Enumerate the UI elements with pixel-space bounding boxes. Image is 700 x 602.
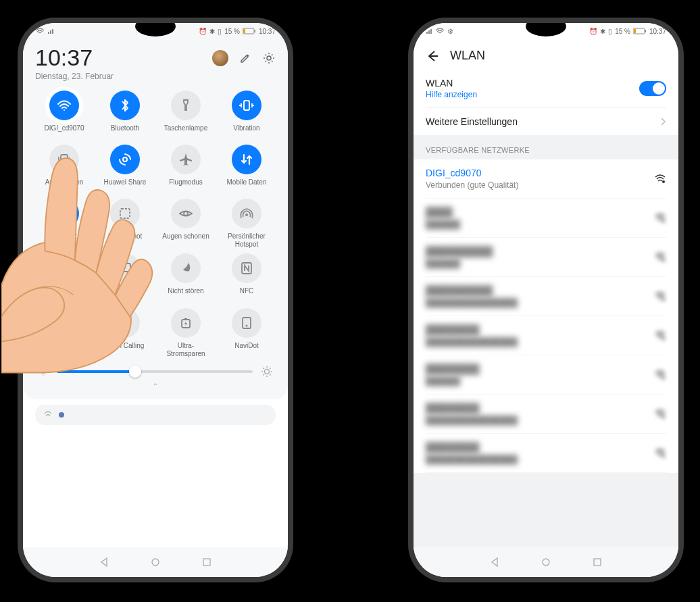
network-name: ████████ [426, 442, 518, 453]
qs-tile-airplane[interactable]: Flugmodus [157, 145, 215, 193]
svg-rect-14 [59, 266, 67, 271]
svg-rect-20 [243, 318, 251, 328]
qs-tile-wifi[interactable]: DIGI_cd9070 [35, 91, 93, 139]
qs-date: Dienstag, 23. Februar [35, 72, 114, 81]
wlan-toggle-label: WLAN [426, 78, 477, 89]
qs-tile-data[interactable]: Mobile Daten [218, 145, 276, 193]
qs-tile-label: Augen schonen [162, 232, 209, 247]
rotate-icon [49, 145, 79, 174]
svg-point-10 [63, 211, 66, 214]
hotspot-icon [232, 199, 261, 228]
svg-rect-11 [120, 209, 130, 218]
svg-rect-8 [61, 155, 68, 164]
wlan-help-link[interactable]: Hilfe anzeigen [426, 90, 477, 99]
wifi-lock-icon [654, 174, 666, 184]
page-title: WLAN [450, 49, 485, 63]
qs-tile-wificall[interactable]: Wi-Fi Calling [96, 308, 154, 357]
network-row[interactable]: ██████████████████████████ [426, 277, 666, 316]
brightness-high-icon [261, 366, 273, 378]
battery-percent: 15 % [224, 28, 240, 35]
svg-point-35 [662, 259, 665, 261]
wifi-lock-icon [654, 370, 666, 380]
nav-back-icon[interactable] [489, 557, 500, 568]
wifi-lock-icon [654, 409, 666, 419]
nav-bar [414, 547, 678, 577]
wlan-toggle-row[interactable]: WLAN Hilfe anzeigen [426, 70, 666, 108]
qs-tile-eye[interactable]: Augen schonen [157, 199, 215, 248]
vibration-icon [232, 91, 261, 120]
network-name: ████████ [426, 324, 518, 335]
chevron-right-icon [659, 117, 666, 126]
wifi-lock-icon [654, 253, 666, 262]
svg-point-37 [662, 337, 665, 340]
svg-point-36 [662, 298, 665, 301]
edit-icon[interactable] [239, 52, 251, 64]
avatar[interactable] [212, 50, 228, 66]
gear-icon[interactable] [262, 51, 276, 65]
nav-home-icon[interactable] [150, 557, 161, 568]
nav-back-icon[interactable] [99, 557, 109, 568]
qs-tile-vibration[interactable]: Vibration [218, 91, 276, 139]
phone-quick-settings: ⏰✱▯ 15 % 10:37 10:37 Dienstag, 23. Febru… [23, 23, 288, 577]
phone-wlan-settings: ⚙ ⏰✱▯ 15 % 10:37 WLAN WLAN Hilfe anzeige… [414, 23, 678, 577]
network-row[interactable]: ████████████████████████ [426, 395, 666, 434]
qs-tile-label: Flugmodus [169, 178, 202, 193]
qs-tile-location[interactable]: Standort [35, 199, 93, 248]
brightness-slider[interactable] [35, 366, 276, 378]
flashlight-icon [171, 91, 201, 120]
qs-tile-label: Auto-Drehen [45, 178, 84, 193]
qs-tile-nfc[interactable]: NFC [218, 253, 276, 303]
qs-tile-dark[interactable]: Dunkler Modus [35, 308, 93, 357]
qs-tile-label: Ultra-Stromsparen [159, 342, 212, 357]
network-row[interactable]: ████████████████ [426, 238, 666, 277]
qs-tile-label: NFC [240, 287, 254, 302]
qs-tile-bluetooth[interactable]: Bluetooth [96, 91, 154, 139]
svg-point-23 [265, 370, 270, 374]
qs-tile-label: Huawei Share [104, 178, 147, 193]
network-row[interactable]: ████████████████████████ [426, 434, 666, 473]
qs-tile-flashlight[interactable]: Taschenlampe [157, 91, 215, 139]
network-row[interactable]: ██████████ [426, 199, 666, 238]
location-icon [49, 199, 79, 228]
qs-tile-battery[interactable]: Ultra-Stromsparen [157, 308, 215, 357]
network-row[interactable]: ██████████████ [426, 355, 666, 395]
network-name: ██████████ [426, 285, 518, 296]
qs-tile-rotate[interactable]: Auto-Drehen [35, 145, 93, 193]
wlan-more-settings-row[interactable]: Weitere Einstellungen [426, 108, 666, 135]
qs-tile-label: Vibration [233, 124, 259, 139]
wifi-lock-icon [654, 331, 666, 341]
notification-strip[interactable] [35, 405, 276, 425]
wifi-small-icon [43, 410, 53, 420]
qs-tile-label: Persönlicher Hotspot [220, 232, 273, 248]
nav-home-icon[interactable] [541, 557, 551, 568]
network-status: ██████ [426, 259, 493, 268]
svg-rect-5 [254, 30, 255, 32]
drag-handle-icon[interactable]: ⌃ [35, 382, 276, 391]
qs-tile-navidot[interactable]: NaviDot [218, 308, 276, 357]
svg-rect-2 [52, 29, 53, 34]
screenshot-icon [110, 199, 140, 228]
qs-tile-share[interactable]: Huawei Share [96, 145, 154, 193]
svg-point-13 [245, 214, 248, 216]
qs-tile-cast[interactable]: Drahtlos projektion [96, 253, 154, 303]
wlan-toggle-switch[interactable] [639, 81, 666, 96]
svg-point-6 [267, 56, 271, 60]
back-icon[interactable] [426, 49, 439, 63]
status-time: 10:37 [649, 28, 666, 35]
qs-tile-recorder[interactable]: Bildschirm rekorder [35, 253, 93, 303]
network-row[interactable]: ████████████████████████ [426, 316, 666, 355]
status-left-icons [35, 28, 54, 34]
qs-tile-hotspot[interactable]: Persönlicher Hotspot [218, 199, 276, 248]
qs-tile-label: Wi-Fi Calling [106, 342, 145, 357]
nav-recent-icon[interactable] [201, 557, 212, 568]
svg-rect-15 [120, 264, 130, 272]
recorder-icon [49, 253, 79, 283]
svg-point-24 [59, 412, 64, 418]
qs-tile-label: NaviDot [234, 342, 259, 357]
qs-tile-dnd[interactable]: Nicht stören [157, 253, 215, 303]
wlan-more-label: Weitere Einstellungen [426, 116, 518, 127]
qs-tile-label: Nicht stören [168, 287, 203, 302]
network-row-connected[interactable]: DIGI_cd9070Verbunden (gute Qualität) [426, 159, 666, 199]
qs-tile-screenshot[interactable]: Screenshot [96, 199, 154, 248]
nav-recent-icon[interactable] [592, 557, 603, 568]
